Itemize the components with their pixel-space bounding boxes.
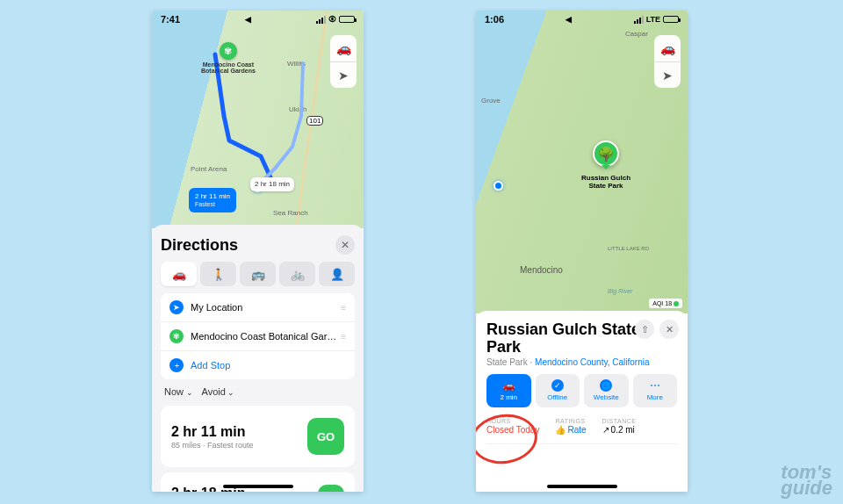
status-bar: 1:06 ◀ LTE (476, 11, 688, 28)
mode-cycle[interactable]: 🚲 (279, 262, 315, 286)
location-icon: ➤ (169, 300, 184, 314)
destination-icon: ✾ (169, 329, 184, 343)
home-indicator[interactable] (547, 485, 617, 488)
drag-handle-icon[interactable]: ≡ (341, 332, 346, 342)
website-button[interactable]: 🌐 Website (584, 374, 629, 407)
hours-info: HOURS Closed Today (486, 418, 539, 435)
drag-handle-icon[interactable]: ≡ (341, 303, 346, 313)
waypoints-list: ➤ My Location ≡ ✾ Mendocino Coast Botani… (161, 293, 355, 379)
map-locate-button[interactable]: ➤ (654, 61, 681, 88)
thumbs-up-icon: 👍 (555, 425, 566, 435)
check-icon: ✓ (551, 379, 564, 392)
map-view[interactable]: Caspar Grove Mendocino LITTLE LAKE RD Bi… (476, 11, 688, 313)
waypoint-to[interactable]: ✾ Mendocino Coast Botanical Gard… ≡ (161, 322, 355, 351)
share-button[interactable]: ⇧ (635, 320, 654, 339)
go-button[interactable]: GO (307, 418, 344, 455)
map-mode-button[interactable]: 🚗 (654, 35, 681, 61)
distance-info: DISTANCE ↗0.2 mi (602, 418, 637, 435)
status-time: 1:06 (485, 14, 504, 25)
place-actions: 🚗 2 min ✓ Offline 🌐 Website ⋯ More (486, 374, 677, 407)
panel-title: Directions (161, 236, 238, 255)
screenshot-place-card: 1:06 ◀ LTE Caspar Grove Mendocino LITTLE… (476, 11, 688, 492)
battery-icon (339, 16, 355, 23)
mode-transit[interactable]: 🚌 (240, 262, 276, 286)
mode-walk[interactable]: 🚶 (200, 262, 236, 286)
flower-icon: ✾ (224, 46, 232, 57)
location-arrow-icon: ➤ (662, 68, 673, 83)
avoid-button[interactable]: Avoid (202, 386, 235, 397)
route-callout-fastest[interactable]: 2 hr 11 min Fastest (189, 188, 236, 212)
offline-button[interactable]: ✓ Offline (536, 374, 580, 407)
signal-icon (634, 16, 644, 24)
map-locate-button[interactable]: ➤ (330, 61, 357, 88)
tree-icon: 🌳 (597, 146, 615, 162)
signal-icon (316, 16, 326, 24)
watermark: tom'sguide (781, 464, 832, 497)
close-button[interactable]: ✕ (335, 235, 355, 255)
more-button[interactable]: ⋯ More (633, 374, 678, 407)
go-button[interactable] (318, 485, 344, 492)
distance-icon: ↗ (602, 425, 609, 435)
route-callout-alt[interactable]: 2 hr 18 min (250, 177, 294, 191)
add-stop-button[interactable]: ＋ Add Stop (161, 351, 355, 379)
location-arrow-icon: ➤ (338, 68, 349, 83)
close-button[interactable]: ✕ (659, 320, 679, 339)
directions-button[interactable]: 🚗 2 min (486, 374, 531, 407)
place-info-row: HOURS Closed Today RATINGS 👍Rate DISTANC… (486, 416, 677, 444)
wifi-icon: ⦿ (328, 15, 336, 24)
place-subtitle: State Park · Mendocino County, Californi… (486, 357, 677, 367)
mode-drive[interactable]: 🚗 (161, 262, 197, 286)
depart-time-button[interactable]: Now (164, 386, 193, 397)
home-indicator[interactable] (223, 485, 293, 488)
status-bar: 7:41 ◀ ⦿ (152, 11, 364, 28)
destination-pin[interactable]: ✾ Mendocino Coast Botanical Gardens (201, 42, 256, 74)
ratings-info[interactable]: RATINGS 👍Rate (555, 418, 586, 435)
mode-ride[interactable]: 👤 (319, 262, 355, 286)
battery-icon (663, 16, 679, 23)
route-result-2[interactable]: 2 hr 18 min (161, 472, 355, 492)
route-options: Now Avoid (161, 386, 355, 397)
share-icon: ⇧ (641, 324, 649, 335)
aqi-dot-icon (674, 301, 679, 306)
lte-label: LTE (646, 15, 660, 24)
close-icon: ✕ (341, 239, 349, 251)
map-mode-button[interactable]: 🚗 (330, 35, 357, 61)
screenshot-directions: 7:41 ◀ ⦿ 101 Willits Ukiah Point Arena S… (152, 11, 364, 492)
travel-mode-tabs: 🚗 🚶 🚌 🚲 👤 (161, 262, 355, 286)
ellipsis-icon: ⋯ (650, 379, 660, 392)
region-link[interactable]: Mendocino County, California (535, 357, 649, 367)
globe-icon: 🌐 (600, 379, 612, 392)
close-icon: ✕ (666, 324, 674, 335)
plus-icon: ＋ (169, 358, 184, 372)
status-time: 7:41 (161, 14, 180, 25)
place-pin[interactable]: 🌳 Russian Gulch State Park (581, 140, 630, 190)
directions-panel: Directions ✕ 🚗 🚶 🚌 🚲 👤 ➤ My Location ≡ ✾… (152, 225, 364, 492)
waypoint-from[interactable]: ➤ My Location ≡ (161, 293, 355, 322)
car-icon: 🚗 (502, 379, 515, 392)
map-view[interactable]: 101 Willits Ukiah Point Arena Sea Ranch … (152, 11, 364, 228)
place-card: ⇧ ✕ Russian Gulch State Park State Park … (476, 311, 688, 492)
route-result-1[interactable]: 2 hr 11 min 85 miles · Fastest route GO (161, 406, 355, 467)
current-location-dot (494, 181, 503, 191)
aqi-badge[interactable]: AQI 18 (649, 299, 682, 308)
